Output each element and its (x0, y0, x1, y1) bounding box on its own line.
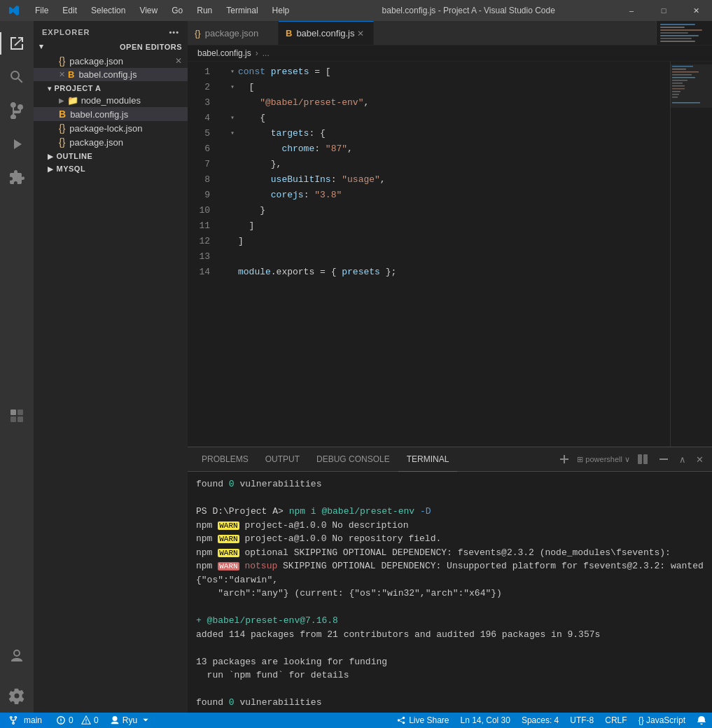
menu-run[interactable]: Run (190, 0, 219, 21)
open-editors-section[interactable]: ▾ OPEN EDITORS (34, 39, 188, 54)
terminal-content[interactable]: found 0 vulnerabilities PS D:\Project A>… (188, 472, 712, 713)
open-editor-babel-config[interactable]: ✕ B babel.config.js (34, 68, 188, 81)
menu-file[interactable]: File (28, 0, 55, 21)
app-icon (0, 5, 28, 16)
activity-search[interactable] (0, 60, 34, 94)
status-notifications[interactable] (691, 713, 712, 728)
package-json-file-icon: {} (59, 136, 65, 148)
node-modules-folder-icon: 📁 (67, 95, 78, 106)
status-position[interactable]: Ln 14, Col 30 (455, 713, 516, 728)
close-button[interactable]: ✕ (680, 0, 712, 21)
status-line-ending[interactable]: CRLF (599, 713, 632, 728)
package-lock-file[interactable]: {} package-lock.json (34, 121, 188, 135)
git-branch-name: main (24, 715, 42, 725)
code-content[interactable]: ▾ const presets = [ ▾ [ "@babel/preset-e… (216, 62, 670, 447)
live-share-label: Live Share (409, 715, 449, 725)
node-modules-arrow: ▶ (59, 97, 64, 104)
babel-config-file[interactable]: B babel.config.js (34, 107, 188, 121)
panel-tab-terminal[interactable]: TERMINAL (398, 447, 458, 472)
tab-package-json-label: package.json (205, 28, 259, 38)
fold-2[interactable]: ▾ (227, 82, 238, 93)
node-modules-folder[interactable]: ▶ 📁 node_modules (34, 94, 188, 107)
sidebar-more-icon[interactable]: ••• (169, 28, 179, 36)
panel-tab-output[interactable]: OUTPUT (257, 447, 308, 472)
activity-extensions[interactable] (0, 161, 34, 195)
outline-chevron: ▶ (48, 153, 54, 160)
main-area: EXPLORER ••• ▾ OPEN EDITORS {} package.j… (0, 21, 712, 713)
code-line-6: chrome: "87", (227, 141, 670, 157)
project-section[interactable]: ▾ PROJECT A (34, 81, 188, 94)
terminal-new-button[interactable] (556, 452, 573, 466)
sidebar: EXPLORER ••• ▾ OPEN EDITORS {} package.j… (34, 21, 188, 713)
activity-explorer[interactable] (0, 27, 34, 60)
term-warn-3: npm WARN optional SKIPPING OPTIONAL DEPE… (196, 546, 704, 560)
panel-close-button[interactable]: ✕ (693, 453, 706, 466)
package-lock-icon: {} (59, 122, 65, 134)
open-editor-package-json[interactable]: {} package.json ✕ (34, 54, 188, 68)
fold-4[interactable]: ▾ (227, 113, 238, 124)
breadcrumb-sep: › (256, 48, 258, 58)
panel-collapse-button[interactable]: ∧ (676, 453, 689, 466)
status-encoding[interactable]: UTF-8 (564, 713, 599, 728)
activity-remote[interactable] (0, 399, 34, 433)
status-errors[interactable]: 0 0 (50, 713, 104, 728)
terminal-label[interactable]: ⊞ powershell ∨ (577, 455, 630, 464)
outline-section[interactable]: ▶ OUTLINE (34, 149, 188, 162)
panel-tab-problems[interactable]: PROBLEMS (193, 447, 257, 472)
live-share-button[interactable]: Live Share (391, 713, 454, 728)
menu-view[interactable]: View (132, 0, 165, 21)
window-title: babel.config.js - Project A - Visual Stu… (322, 6, 616, 15)
open-editor-package-json-close[interactable]: ✕ (175, 56, 182, 66)
mysql-section[interactable]: ▶ MYSQL (34, 162, 188, 174)
open-editor-babel-config-label: babel.config.js (78, 69, 137, 80)
tab-babel-close[interactable]: ✕ (355, 28, 366, 39)
fold-5[interactable]: ▾ (227, 128, 238, 139)
menu-terminal[interactable]: Terminal (219, 0, 265, 21)
split-terminal-button[interactable] (634, 452, 651, 466)
term-blank-1 (196, 491, 704, 505)
menu-selection[interactable]: Selection (84, 0, 132, 21)
breadcrumb: babel.config.js › ... (188, 46, 712, 62)
term-line-1: found 0 vulnerabilities (196, 477, 704, 491)
term-funding: 13 packages are looking for funding (196, 655, 704, 669)
svg-rect-5 (660, 24, 695, 25)
menu-edit[interactable]: Edit (55, 0, 84, 21)
status-bar-left: main 0 0 Ryu (0, 713, 155, 728)
tab-package-json[interactable]: {} package.json (188, 21, 279, 45)
menu-go[interactable]: Go (165, 0, 190, 21)
package-lock-label: package-lock.json (69, 123, 142, 134)
svg-line-40 (400, 718, 403, 720)
activity-bar (0, 21, 34, 713)
minimap-overlay (670, 62, 712, 447)
code-editor[interactable]: 1234 5678 9101112 1314 ▾ const presets =… (188, 62, 712, 447)
code-line-3: "@babel/preset-env", (227, 95, 670, 111)
status-user[interactable]: Ryu (104, 713, 155, 728)
open-editor-babel-close-icon[interactable]: ✕ (59, 70, 65, 79)
activity-settings[interactable] (0, 679, 34, 713)
kill-terminal-button[interactable] (655, 452, 672, 466)
term-warn-4: npm WARN notsup SKIPPING OPTIONAL DEPEND… (196, 559, 704, 601)
package-json-file[interactable]: {} package.json (34, 135, 188, 149)
status-spaces[interactable]: Spaces: 4 (516, 713, 564, 728)
tab-babel-config[interactable]: B babel.config.js ✕ (279, 21, 374, 45)
tab-babel-label: babel.config.js (296, 28, 354, 38)
panel-tab-debug-console[interactable]: DEBUG CONSOLE (308, 447, 398, 472)
status-git-branch[interactable]: main (0, 713, 50, 728)
menu-help[interactable]: Help (265, 0, 297, 21)
maximize-button[interactable]: □ (648, 0, 680, 21)
svg-rect-11 (660, 41, 695, 42)
code-line-1: ▾ const presets = [ (227, 64, 670, 80)
minimize-button[interactable]: – (615, 0, 648, 21)
babel-config-label: babel.config.js (70, 109, 128, 120)
activity-accounts[interactable] (0, 640, 34, 673)
status-language[interactable]: {} JavaScript (633, 713, 691, 728)
panel: PROBLEMS OUTPUT DEBUG CONSOLE TERMINAL ⊞… (188, 447, 712, 713)
activity-run[interactable] (0, 127, 34, 161)
breadcrumb-item[interactable]: ... (263, 48, 270, 58)
breadcrumb-file[interactable]: babel.config.js (197, 48, 251, 58)
fold-1[interactable]: ▾ (227, 66, 238, 78)
babel-file-icon: B (59, 108, 66, 120)
username: Ryu (123, 715, 137, 725)
term-vuln: found 0 vulnerabilities (196, 696, 704, 710)
activity-source-control[interactable] (0, 94, 34, 127)
